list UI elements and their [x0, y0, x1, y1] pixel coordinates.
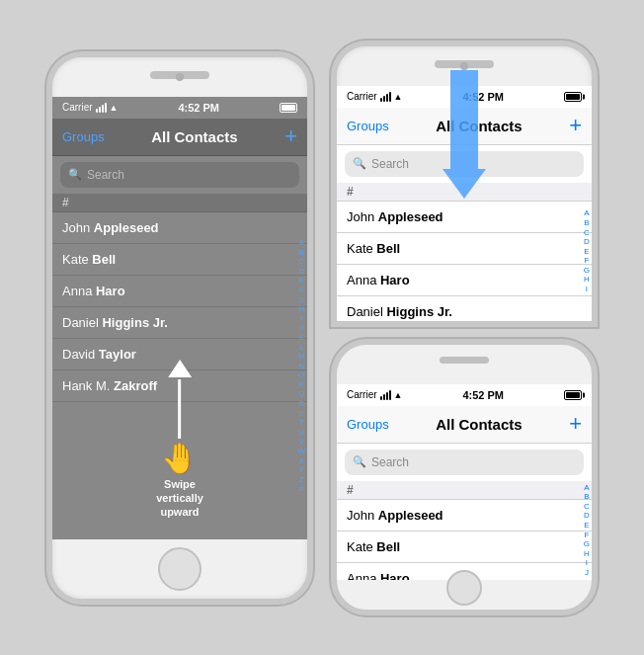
last-name: Appleseed: [94, 220, 159, 235]
contact-item[interactable]: Kate Bell: [337, 532, 592, 563]
contact-item[interactable]: John Appleseed: [337, 202, 592, 233]
left-phone: Carrier ▲ 4:52 PM Groups All Contacts +: [46, 51, 313, 605]
contact-list: # John Appleseed Kate Bell Anna Haro Dan…: [337, 183, 592, 321]
contact-item[interactable]: Anna Haro: [52, 276, 307, 307]
time-label: 4:52 PM: [178, 102, 219, 114]
search-placeholder: Search: [371, 455, 409, 469]
search-placeholder: Search: [87, 168, 124, 182]
speaker: [176, 73, 184, 81]
hand-icon: 🤚: [161, 441, 198, 475]
first-name: Hank M.: [62, 378, 114, 393]
nav-bar-right-bot: Groups All Contacts +: [337, 406, 592, 444]
carrier-label: Carrier: [347, 389, 377, 400]
contact-item[interactable]: Kate Bell: [337, 233, 592, 265]
swipe-up-arrow: [168, 360, 192, 377]
home-button[interactable]: [446, 570, 482, 606]
last-name: Zakroff: [114, 378, 157, 393]
first-name: John: [62, 220, 94, 235]
right-phones-column: Carrier ▲ 4:52 PM: [331, 41, 598, 615]
section-header-hash: #: [52, 194, 307, 212]
last-name: Haro: [96, 284, 125, 298]
carrier-label: Carrier: [62, 102, 93, 113]
swipe-text: Swipeverticallyupward: [156, 477, 203, 520]
blue-down-arrow: [443, 70, 486, 199]
status-right: [280, 103, 297, 113]
signal-bars: [380, 92, 391, 102]
search-icon: 🔍: [353, 455, 366, 468]
groups-button[interactable]: Groups: [62, 129, 105, 144]
search-icon: 🔍: [353, 157, 366, 170]
wifi-icon: ▲: [110, 103, 119, 113]
battery-icon: [564, 390, 582, 400]
alpha-index[interactable]: A B C D E F G H I J K L M N O P Q R S T: [297, 194, 305, 539]
search-icon: 🔍: [68, 168, 82, 181]
contact-item[interactable]: Daniel Higgins Jr.: [52, 307, 307, 339]
search-bar[interactable]: 🔍 Search: [60, 162, 299, 188]
groups-button[interactable]: Groups: [347, 119, 389, 133]
add-contact-button[interactable]: +: [569, 413, 582, 435]
first-name: Anna: [62, 284, 96, 298]
first-name: David: [62, 347, 99, 362]
carrier-label: Carrier: [347, 91, 377, 102]
first-name: Kate: [62, 252, 92, 267]
contact-item[interactable]: John Appleseed: [52, 212, 307, 244]
battery-icon: [564, 92, 582, 102]
contact-item[interactable]: Daniel Higgins Jr.: [337, 296, 592, 321]
status-bar-right-bot: Carrier ▲ 4:52 PM: [337, 384, 592, 406]
add-contact-button[interactable]: +: [284, 125, 297, 147]
nav-title: All Contacts: [151, 128, 238, 145]
right-top-phone-container: Carrier ▲ 4:52 PM: [331, 41, 598, 327]
groups-button[interactable]: Groups: [347, 417, 389, 432]
status-left: Carrier ▲: [62, 102, 118, 113]
section-header-hash: #: [337, 481, 592, 500]
last-name: Higgins Jr.: [102, 315, 167, 330]
wifi-icon: ▲: [394, 390, 403, 400]
time-label: 4:52 PM: [462, 389, 504, 401]
contact-item[interactable]: Kate Bell: [52, 244, 307, 276]
add-contact-button[interactable]: +: [569, 115, 582, 136]
alpha-index[interactable]: A B C D E F G H I J: [584, 481, 590, 580]
contact-list: # John Appleseed Kate Bell Anna Haro Dan…: [337, 481, 592, 580]
signal-bars: [96, 103, 107, 113]
speaker: [460, 62, 468, 70]
right-bottom-phone: Carrier ▲ 4:52 PM Groups: [331, 339, 598, 615]
nav-title: All Contacts: [436, 416, 523, 433]
search-bar[interactable]: 🔍 Search: [345, 450, 584, 475]
contact-item[interactable]: Anna Haro: [337, 265, 592, 296]
swipe-line: [178, 379, 181, 439]
nav-bar: Groups All Contacts +: [52, 119, 307, 156]
search-placeholder: Search: [371, 157, 409, 171]
status-bar: Carrier ▲ 4:52 PM: [52, 97, 307, 119]
first-name: Daniel: [62, 315, 102, 330]
wifi-icon: ▲: [394, 92, 403, 102]
right-bottom-screen: Carrier ▲ 4:52 PM Groups: [337, 384, 592, 580]
home-button[interactable]: [158, 547, 201, 591]
last-name: Bell: [92, 252, 116, 267]
battery-icon: [280, 103, 297, 113]
signal-bars: [380, 390, 391, 400]
last-name: Taylor: [99, 347, 136, 362]
contact-item[interactable]: John Appleseed: [337, 500, 592, 532]
swipe-annotation: 🤚 Swipeverticallyupward: [156, 360, 203, 520]
alpha-index[interactable]: A B C D E F G H I: [584, 183, 590, 321]
